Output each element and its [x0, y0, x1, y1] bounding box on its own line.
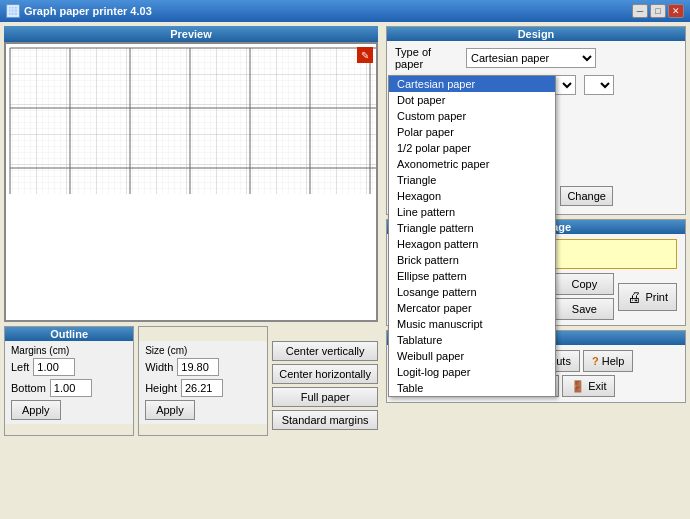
heavy-color-swatch[interactable] — [520, 188, 548, 204]
print-button[interactable]: 🖨 Print — [618, 283, 677, 311]
type-label: Type of paper — [395, 46, 460, 70]
left-margin-input[interactable] — [33, 358, 75, 376]
exit-icon: 🚪 — [571, 380, 585, 393]
maximize-button[interactable]: □ — [650, 4, 666, 18]
general-header: General — [387, 331, 685, 345]
margin-buttons-panel: Center vertically Center horizontally Fu… — [272, 326, 378, 436]
copy-save-group: Copy Save — [554, 273, 614, 320]
printer-icon: 🖨 — [627, 289, 641, 305]
divisions-label: Divisions — [395, 129, 460, 141]
orientation-row: Portrait Landscape — [395, 288, 524, 301]
svg-rect-0 — [8, 6, 18, 16]
per100mm-row: 1/100 mm — [395, 165, 677, 183]
configuration-button[interactable]: Configuration — [429, 350, 512, 372]
page-width-label: Width = 20.80 cm — [402, 242, 670, 254]
design-body: Type of paper Cartesian paper Abscissa — [387, 41, 685, 214]
title-bar: Graph paper printer 4.03 ─ □ ✕ — [0, 0, 690, 22]
outline-body: Margins (cm) Left Bottom Apply — [5, 341, 133, 424]
per100mm-input[interactable] — [464, 165, 494, 183]
abscissa-row: Abscissa — [395, 75, 677, 95]
center-horizontally-button[interactable]: Center horizontally — [272, 364, 378, 384]
page-height-label: Height = 27.21 cm — [402, 254, 670, 266]
left-margin-row: Left — [11, 358, 127, 376]
shortcuts-button[interactable]: Shortcuts — [515, 350, 579, 372]
scale-select[interactable]: Metric — [466, 100, 546, 120]
per100mm-label: 1/100 mm — [395, 169, 460, 180]
right-panel: Design Type of paper Cartesian paper Abs… — [382, 22, 690, 519]
abscissa-label: Abscissa — [395, 79, 460, 91]
save-button[interactable]: Save — [554, 298, 614, 320]
zoom-button[interactable]: Zoom — [395, 354, 423, 393]
lines-label: Lines — [395, 150, 460, 162]
heavy-input[interactable] — [518, 165, 548, 183]
bottom-margin-row: Bottom — [11, 379, 127, 397]
edit-icon[interactable]: ✎ — [357, 47, 373, 63]
app-title: Graph paper printer 4.03 — [24, 5, 152, 17]
type-of-paper-row: Type of paper Cartesian paper — [395, 46, 677, 70]
general-body: Zoom Configuration Shortcuts ? Help Prin… — [387, 345, 685, 402]
width-row: Width — [145, 358, 261, 376]
size-panel: Size Size (cm) Width Height Apply — [138, 326, 268, 436]
svg-rect-7 — [10, 48, 376, 194]
scale-label: Scale — [395, 104, 460, 116]
height-row: Height — [145, 379, 261, 397]
landscape-label[interactable]: Landscape — [454, 288, 524, 301]
color-label: Color — [395, 190, 460, 202]
divisions-select[interactable]: 5 mm — [466, 125, 521, 145]
size-label: Size (cm) — [145, 345, 261, 356]
center-vertically-button[interactable]: Center vertically — [272, 341, 378, 361]
scale-row: Scale Metric — [395, 100, 677, 120]
width-input[interactable] — [177, 358, 219, 376]
help-button[interactable]: ? Help — [583, 350, 633, 372]
copy-button[interactable]: Copy — [554, 273, 614, 295]
height-label: Height — [145, 382, 177, 394]
size-apply-button[interactable]: Apply — [145, 400, 195, 420]
window-controls: ─ □ ✕ — [632, 4, 684, 18]
divisions-row: Divisions 5 mm — [395, 125, 677, 145]
portrait-radio[interactable] — [395, 288, 408, 301]
exit-button[interactable]: 🚪 Exit — [562, 375, 615, 397]
standard-margins-button[interactable]: Standard margins — [272, 410, 378, 430]
margins-label: Margins (cm) — [11, 345, 127, 356]
left-panel: Preview — [0, 22, 382, 519]
close-button[interactable]: ✕ — [668, 4, 684, 18]
heavy-label: Heavy — [494, 150, 526, 162]
design-header: Design — [387, 27, 685, 41]
margins-apply-button[interactable]: Apply — [11, 400, 61, 420]
landscape-radio[interactable] — [454, 288, 467, 301]
bottom-row: Outline Margins (cm) Left Bottom Apply — [4, 326, 378, 436]
color-swatch[interactable] — [464, 188, 492, 204]
app-icon — [6, 4, 20, 18]
outline-header: Outline — [5, 327, 133, 341]
printing-header: Printing page — [387, 220, 685, 234]
type-select[interactable]: Cartesian paper — [466, 48, 596, 68]
abscissa-select[interactable] — [466, 75, 576, 95]
printing-section: Printing page Width = 20.80 cm Height = … — [386, 219, 686, 326]
k-label: K. — [506, 190, 516, 202]
portrait-label[interactable]: Portrait — [395, 288, 446, 301]
left-label: Left — [11, 361, 29, 373]
page-size-info: Width = 20.80 cm Height = 27.21 cm — [395, 239, 677, 269]
preview-box: ✎ — [4, 42, 378, 322]
abscissa-secondary-select[interactable] — [584, 75, 614, 95]
height-input[interactable] — [181, 379, 223, 397]
help-icon: ? — [592, 355, 599, 367]
preview-header: Preview — [4, 26, 378, 42]
printing-body: Width = 20.80 cm Height = 27.21 cm Portr… — [387, 234, 685, 325]
color-row: Color K. Change — [395, 186, 677, 206]
bottom-margin-input[interactable] — [50, 379, 92, 397]
zoom-icon — [395, 354, 423, 382]
printer-setup-button[interactable]: Printer setup — [429, 375, 509, 397]
design-section: Design Type of paper Cartesian paper Abs… — [386, 26, 686, 215]
change-button[interactable]: Change — [560, 186, 613, 206]
minimize-button[interactable]: ─ — [632, 4, 648, 18]
outline-panel: Outline Margins (cm) Left Bottom Apply — [4, 326, 134, 436]
lines-header-row: Lines Heavy — [395, 150, 677, 162]
preview-section: Preview — [4, 26, 378, 322]
lines-section: Lines Heavy 1/100 mm Color K. Change — [395, 150, 677, 206]
general-section: General Zoom Configuration Shortcuts ? H… — [386, 330, 686, 403]
width-label: Width — [145, 361, 173, 373]
size-body: Size (cm) Width Height Apply — [139, 341, 267, 424]
about-button[interactable]: About — [512, 375, 559, 397]
full-paper-button[interactable]: Full paper — [272, 387, 378, 407]
